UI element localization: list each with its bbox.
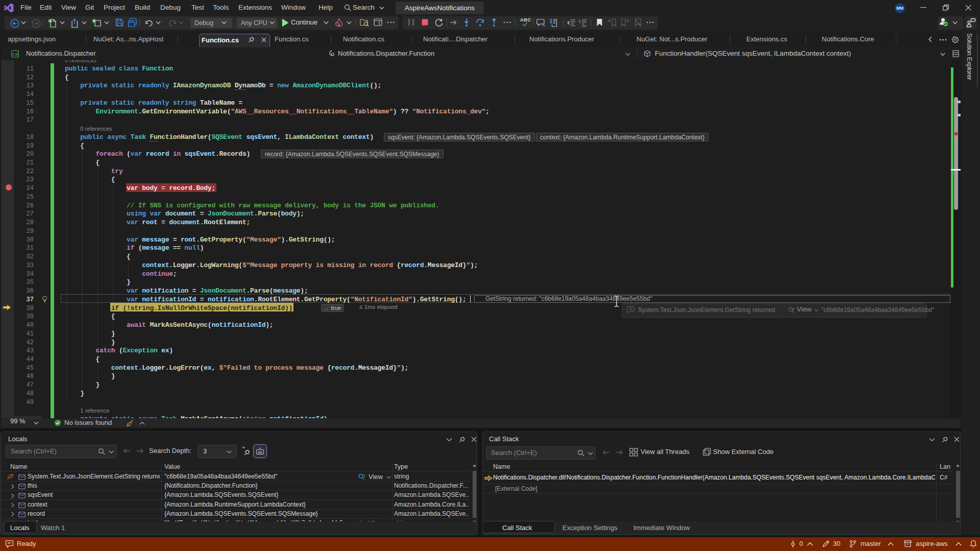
svg-text:C#: C# — [12, 52, 18, 57]
svg-text:ab: ab — [258, 450, 262, 454]
